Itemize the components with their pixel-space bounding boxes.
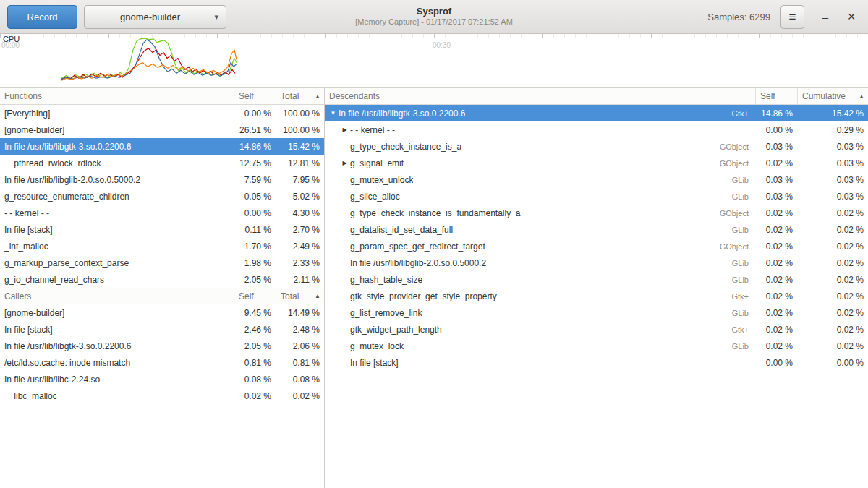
function-row[interactable]: [Everything]0.00 %100.00 % (0, 105, 324, 121)
cumulative-value: 0.00 % (797, 358, 868, 368)
descendant-row[interactable]: In file [stack]0.00 %0.00 % (325, 354, 868, 371)
function-row[interactable]: [gnome-builder]26.51 %100.00 % (0, 121, 324, 138)
function-row[interactable]: - - kernel - -0.00 %4.30 % (0, 205, 324, 221)
descendant-row[interactable]: g_list_remove_linkGLib0.02 %0.02 % (325, 304, 868, 321)
descendant-row[interactable]: g_type_check_instance_is_fundamentally_a… (325, 205, 868, 221)
expander-expanded-icon[interactable]: ▼ (328, 110, 339, 116)
function-row[interactable]: In file [stack]0.11 %2.70 % (0, 221, 324, 238)
cpu-series-cpu0 (61, 38, 237, 79)
close-button[interactable]: ✕ (842, 11, 861, 22)
process-selector-label: gnome-builder (85, 12, 226, 22)
sort-arrow-icon: ▲ (315, 293, 320, 299)
function-row[interactable]: _int_malloc1.70 %2.49 % (0, 238, 324, 254)
time-label-mid: 00:30 (433, 41, 451, 49)
expander-collapsed-icon[interactable]: ▶ (339, 127, 350, 133)
library-badge: GObject (714, 209, 755, 218)
column-header-total[interactable]: Total ▲ (276, 288, 324, 304)
self-value: 0.03 % (755, 142, 797, 152)
descendant-row[interactable]: g_param_spec_get_redirect_targetGObject0… (325, 238, 868, 254)
left-pane-filler (0, 404, 324, 488)
self-value: 0.02 % (755, 225, 797, 235)
cumulative-value: 0.02 % (797, 275, 868, 285)
descendant-row[interactable]: ▶g_signal_emitGObject0.02 %0.03 % (325, 155, 868, 171)
main-content: Functions Self Total ▲ [Everything]0.00 … (0, 88, 868, 488)
callers-table-header: Callers Self Total ▲ (0, 288, 324, 304)
library-badge: GObject (714, 142, 755, 151)
callers-table-body: [gnome-builder]9.45 %14.49 %In file [sta… (0, 304, 324, 404)
cumulative-value: 15.42 % (797, 108, 868, 119)
descendant-row[interactable]: In file /usr/lib/libglib-2.0.so.0.5000.2… (325, 254, 868, 271)
descendant-name-cell: In file [stack] (325, 358, 755, 368)
self-value: 7.59 % (234, 175, 276, 185)
cumulative-value: 0.02 % (797, 225, 868, 235)
caller-row[interactable]: In file /usr/lib/libgtk-3.so.0.2200.62.0… (0, 338, 324, 354)
descendant-row[interactable]: ▼In file /usr/lib/libgtk-3.so.0.2200.6Gt… (325, 105, 868, 121)
window-title-block: Sysprof [Memory Capture] - 01/17/2017 07… (355, 6, 513, 27)
descendant-row[interactable]: g_mutex_unlockGLib0.03 %0.03 % (325, 171, 868, 188)
caller-row[interactable]: In file /usr/lib/libc-2.24.so0.08 %0.08 … (0, 371, 324, 388)
function-row[interactable]: g_io_channel_read_chars2.05 %2.11 % (0, 271, 324, 288)
capture-subtitle: [Memory Capture] - 01/17/2017 07:21:52 A… (355, 17, 513, 27)
self-value: 0.02 % (234, 391, 276, 401)
self-value: 2.46 % (234, 325, 276, 335)
column-header-cumulative[interactable]: Cumulative ▲ (797, 88, 868, 104)
self-value: 0.02 % (755, 341, 797, 351)
self-value: 0.00 % (234, 208, 276, 218)
left-pane: Functions Self Total ▲ [Everything]0.00 … (0, 88, 324, 488)
function-row[interactable]: In file /usr/lib/libglib-2.0.so.0.5000.2… (0, 171, 324, 188)
total-value: 0.08 % (276, 374, 324, 385)
descendant-name: In file [stack] (350, 358, 399, 368)
self-value: 0.02 % (755, 291, 797, 301)
descendant-row[interactable]: g_slice_allocGLib0.03 %0.03 % (325, 188, 868, 205)
function-row[interactable]: g_resource_enumerate_children0.05 %5.02 … (0, 188, 324, 205)
cumulative-value: 0.02 % (797, 308, 868, 318)
cumulative-value: 0.03 % (797, 192, 868, 202)
column-header-callers[interactable]: Callers (0, 288, 234, 304)
descendant-row[interactable]: ▶- - kernel - -0.00 %0.29 % (325, 121, 868, 138)
column-header-total-label: Total (281, 91, 299, 101)
expander-collapsed-icon[interactable]: ▶ (339, 160, 350, 166)
total-value: 100.00 % (276, 108, 324, 119)
function-row[interactable]: In file /usr/lib/libgtk-3.so.0.2200.614.… (0, 138, 324, 155)
library-badge: Gtk+ (726, 292, 755, 301)
function-name: g_io_channel_read_chars (0, 275, 234, 285)
function-name: __pthread_rwlock_rdlock (0, 158, 234, 168)
caller-row[interactable]: In file [stack]2.46 %2.48 % (0, 321, 324, 338)
total-value: 15.42 % (276, 142, 324, 152)
descendant-row[interactable]: g_datalist_id_set_data_fullGLib0.02 %0.0… (325, 221, 868, 238)
minimize-button[interactable]: – (816, 11, 835, 23)
column-header-total[interactable]: Total ▲ (276, 88, 324, 104)
descendant-row[interactable]: gtk_style_provider_get_style_propertyGtk… (325, 288, 868, 304)
total-value: 2.70 % (276, 225, 324, 235)
caller-row[interactable]: __libc_malloc0.02 %0.02 % (0, 388, 324, 404)
descendant-row[interactable]: gtk_widget_path_lengthGtk+0.02 %0.02 % (325, 321, 868, 338)
descendant-row[interactable]: g_hash_table_sizeGLib0.02 %0.02 % (325, 271, 868, 288)
record-button[interactable]: Record (7, 5, 77, 29)
descendant-name-cell: ▶- - kernel - - (325, 125, 755, 135)
descendant-name-cell: g_param_spec_get_redirect_targetGObject (325, 241, 755, 252)
descendant-name-cell: g_list_remove_linkGLib (325, 308, 755, 318)
descendant-row[interactable]: g_mutex_lockGLib0.02 %0.02 % (325, 338, 868, 354)
caller-row[interactable]: [gnome-builder]9.45 %14.49 % (0, 304, 324, 321)
self-value: 0.02 % (755, 308, 797, 318)
descendant-name: g_mutex_unlock (350, 175, 413, 185)
column-header-functions[interactable]: Functions (0, 88, 234, 104)
descendant-name: gtk_widget_path_length (350, 325, 442, 335)
descendant-name-cell: g_slice_allocGLib (325, 192, 755, 202)
self-value: 0.00 % (755, 125, 797, 135)
column-header-self[interactable]: Self (234, 288, 276, 304)
right-pane: Descendants Self Cumulative ▲ ▼In file /… (325, 88, 868, 488)
total-value: 4.30 % (276, 208, 324, 218)
process-selector-dropdown[interactable]: gnome-builder ▾ (84, 5, 226, 29)
column-header-self[interactable]: Self (755, 88, 797, 104)
menu-button[interactable]: ≡ (780, 5, 804, 29)
function-row[interactable]: g_markup_parse_context_parse1.98 %2.33 % (0, 254, 324, 271)
column-header-total-label: Total (281, 291, 299, 301)
cpu-timeline[interactable]: CPU 00:00 00:30 (0, 34, 868, 88)
caller-row[interactable]: /etc/ld.so.cache: inode mismatch0.81 %0.… (0, 354, 324, 371)
function-row[interactable]: __pthread_rwlock_rdlock12.75 %12.81 % (0, 155, 324, 171)
dropdown-arrow-icon: ▾ (214, 12, 218, 22)
descendant-row[interactable]: g_type_check_instance_is_aGObject0.03 %0… (325, 138, 868, 155)
column-header-self[interactable]: Self (234, 88, 276, 104)
column-header-descendants[interactable]: Descendants (325, 88, 755, 104)
